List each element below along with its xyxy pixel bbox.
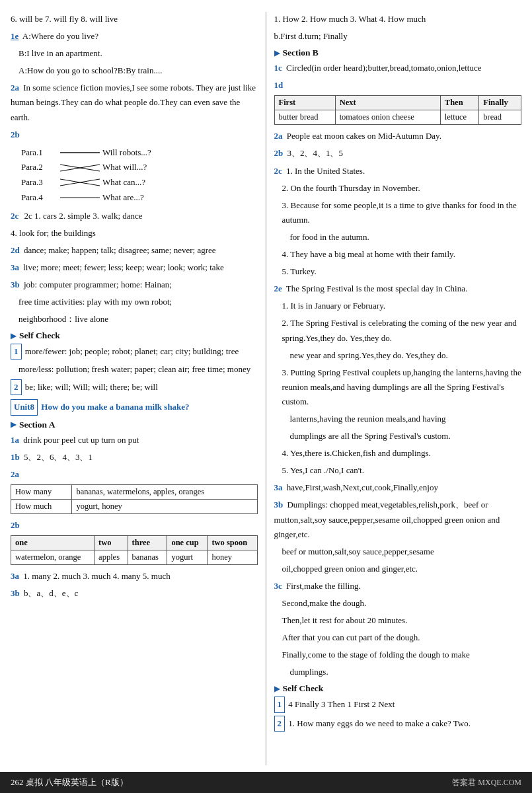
lc2-line5: 5. Turkey.: [282, 264, 522, 279]
table-cell: lettuce: [440, 110, 478, 125]
line1-text: 6. will be 7. will fly 8. will live: [11, 14, 118, 24]
footer-text: 262 桌拟 八年级英语上（R版）: [11, 776, 452, 788]
le-l1: 1. It is in January or February.: [282, 299, 522, 313]
lb3-line3: oil,chopped green onion and ginger,etc.: [282, 562, 522, 576]
diagram-row-2: Para.2 What will...?: [21, 159, 258, 176]
self-check-header: Self Check: [11, 330, 258, 341]
line-1e-b: B:I live in an apartment.: [19, 46, 258, 61]
selfcheck2-header: Self Check: [274, 683, 522, 694]
line-3b2: free time activities: play with my own r…: [19, 295, 258, 309]
table-cell: yogurt: [167, 550, 208, 564]
lc2-line3b: for food in the autumn.: [290, 230, 522, 245]
table-header-cell: Finally: [479, 96, 521, 110]
la3-line: 3a have,First,wash,Next,cut,cook,Finally…: [274, 480, 522, 495]
line-3a2: 3a 1. many 2. much 3. much 4. many 5. mu…: [11, 569, 258, 584]
table-cell: honey: [208, 550, 257, 564]
line-1e: 1e A:Where do you live?: [11, 29, 258, 44]
table-cell: bananas, watermelons, apples, oranges: [72, 484, 257, 499]
line-1e-c: A:How do you go to school?B:By train....: [19, 63, 258, 78]
diagram-2b: Para.1 Will robots...? Para.2: [21, 145, 258, 206]
sectionB-header: Section B: [274, 48, 522, 58]
table-row: How much yogurt, honey: [11, 499, 258, 513]
table-header-row: one two three one cup two spoon: [11, 535, 258, 550]
lc2-line2: 2. On the fourth Thursday in November.: [282, 181, 522, 196]
diagram-row-4: Para.4 What are...?: [21, 190, 258, 206]
ld-label: 1d: [274, 78, 522, 93]
sc1-2-line: 1 4 Finally 3 Then 1 First 2 Next: [274, 697, 522, 712]
line-2c: 2c 2c 1. cars 2. simple 3. walk; dance: [11, 209, 258, 223]
le-line: 2e The Spring Festival is the most speci…: [274, 282, 522, 296]
table-1d: First Next Then Finally butter bread tom…: [274, 95, 522, 125]
table-header-cell: three: [128, 535, 167, 550]
right-column: 1. How 2. How much 3. What 4. How much b…: [266, 12, 522, 765]
sc1-line: 1 more/fewer: job; people; robot; planet…: [11, 344, 258, 359]
line-2b-label: 2b: [11, 128, 258, 142]
unit8-line: Unit8 How do you make a banana milk shak…: [11, 399, 258, 415]
line-2c2: 4. look for; the buildings: [11, 226, 258, 241]
la2-line: 2a People eat moon cakes on Mid-Autumn D…: [274, 129, 522, 143]
table-header-cell: one: [11, 535, 95, 550]
unit8-label: Unit8: [11, 399, 38, 415]
le-l3: 3. Putting Spring Festival couplets up,h…: [282, 365, 522, 409]
table-row: How many bananas, watermelons, apples, o…: [11, 484, 258, 499]
main-content: 6. will be 7. will fly 8. will live 1e A…: [0, 0, 532, 772]
line-1e-a: A:Where do you live?: [22, 31, 98, 41]
table-header-cell: two: [95, 535, 128, 550]
le-l3b: lanterns,having the reunion meals,and ha…: [290, 412, 522, 426]
sc2-line: 2 be; like; will; Will; will; there; be;…: [11, 379, 258, 395]
lc3-l2: Second,make the dough.: [282, 596, 522, 611]
lb2-line: 2b 3、2、4、1、5: [274, 146, 522, 161]
table-cell: How much: [11, 499, 72, 513]
right-line2: b.First d.turn; Finally: [274, 29, 522, 44]
lc3-l5: Finally,come to the stage of folding the…: [282, 648, 522, 662]
lb3-line2: beef or mutton,salt,soy sauce,pepper,ses…: [282, 545, 522, 559]
sc2-2-label: 2: [274, 716, 285, 732]
table-header-cell: Then: [440, 96, 478, 110]
table-cell: yogurt, honey: [72, 499, 257, 513]
sectionA-header: Section A: [11, 420, 258, 430]
table-cell: bread: [479, 110, 521, 125]
left-column: 6. will be 7. will fly 8. will live 1e A…: [11, 12, 266, 765]
table-cell: bananas: [128, 550, 167, 564]
right-line1: 1. How 2. How much 3. What 4. How much: [274, 12, 522, 26]
diagram-row-3: Para.3 What can...?: [21, 174, 258, 191]
table-header-cell: one cup: [167, 535, 208, 550]
table2b-label: 2b: [11, 518, 258, 533]
table-row: butter bread tomatoes onion cheese lettu…: [274, 110, 521, 125]
lb-line: 1b 5、2、6、4、3、1: [11, 450, 258, 465]
lc3-l5b: dumplings.: [290, 665, 522, 679]
le-l2b: new year and spring.Yes,they do. Yes,the…: [290, 348, 522, 363]
table2a-label: 2a: [11, 467, 258, 482]
sc2-label: 2: [11, 379, 22, 395]
table-2b: one two three one cup two spoon watermel…: [11, 535, 258, 565]
table-header-cell: First: [274, 96, 335, 110]
table-cell: butter bread: [274, 110, 335, 125]
lb3-line: 3b Dumplings: chopped meat,vegetables,re…: [274, 498, 522, 541]
lc2-line3: 3. Because for some people,it is a time …: [282, 198, 522, 227]
table-cell: How many: [11, 484, 72, 499]
line-1: 6. will be 7. will fly 8. will live: [11, 12, 258, 26]
sc1-2-label: 1: [274, 697, 285, 712]
diagram-row-1: Para.1 Will robots...?: [21, 145, 258, 161]
table-header-cell: Next: [335, 96, 440, 110]
line-3a: 3a live; more; meet; fewer; less; keep; …: [11, 260, 258, 275]
sc1-line2: more/less: pollution; fresh water; paper…: [19, 362, 258, 377]
lc3-l3: Then,let it rest for about 20 minutes.: [282, 613, 522, 628]
table-2a: How many bananas, watermelons, apples, o…: [11, 484, 258, 514]
lc3-l4: After that you can cut part of the dough…: [282, 630, 522, 645]
la-line: 1a drink pour peel cut up turn on put: [11, 433, 258, 447]
lc2-label: 2c 1. In the United States.: [274, 164, 522, 178]
unit8-title: How do you make a banana milk shake?: [41, 402, 189, 412]
sc2-2-line: 2 1. How many eggs do we need to make a …: [274, 716, 522, 732]
le-l2: 2. The Spring Festival is celebrating th…: [282, 316, 522, 345]
line-3b3: neighborhood：live alone: [19, 312, 258, 326]
sc1-label: 1: [11, 344, 22, 359]
footer: 262 桌拟 八年级英语上（R版） 答案君 MXQE.COM: [0, 772, 532, 793]
le-l5: 5. Yes,I can ./No,I can't.: [282, 463, 522, 478]
lc3-label: 3c First,make the filling.: [274, 579, 522, 593]
line-2a: 2a In some science fiction movies,I see …: [11, 81, 258, 124]
line-3b: 3b job: computer programmer; home: Haina…: [11, 278, 258, 292]
table-cell: watermelon, orange: [11, 550, 95, 564]
le-l3c: dumplings are all the Spring Festival's …: [290, 429, 522, 443]
footer-brand: 答案君 MXQE.COM: [452, 777, 521, 788]
